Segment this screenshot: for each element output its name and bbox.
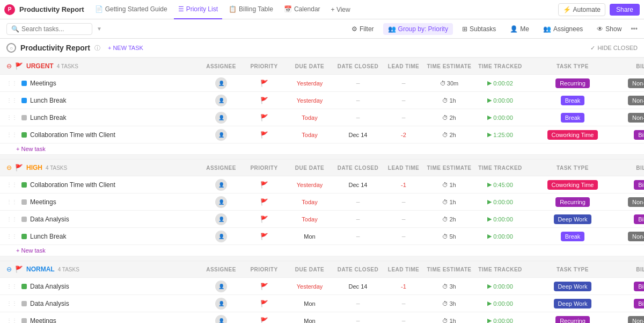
search-input[interactable] (21, 25, 86, 33)
search-box[interactable]: 🔍 (6, 23, 92, 35)
task-type-badge: Recurring (555, 316, 590, 324)
task-dot (21, 301, 27, 306)
info-icon[interactable]: ⓘ (94, 44, 100, 52)
section-normal: ⊖ 🚩 NORMAL 4 TASKS ASSIGNEE PRIORITY DUE… (0, 261, 644, 323)
task-name[interactable]: Collaboration Time with Client (30, 181, 115, 189)
normal-collapse-icon[interactable]: ⊖ (6, 265, 12, 273)
date-closed: Dec 14 (349, 283, 368, 290)
assignees-icon: 👥 (543, 25, 551, 33)
time-estimate: ⏱2h (442, 114, 456, 121)
add-task-high[interactable]: + New task (0, 245, 644, 256)
time-estimate: ⏱1h (442, 199, 456, 205)
list-icon: ☰ (178, 5, 184, 13)
show-btn[interactable]: 👁 Show (592, 23, 626, 35)
task-name[interactable]: Data Analysis (30, 283, 69, 290)
time-estimate: ⏱3h (442, 300, 456, 307)
time-estimate: ⏱5h (442, 233, 456, 240)
avatar: 👤 (215, 281, 227, 292)
drag-handle: ⋮⋮ (6, 114, 17, 120)
tab-billing-table[interactable]: 📋 Billing Table (224, 0, 277, 19)
drag-handle: ⋮⋮ (6, 182, 17, 188)
date-closed: – (356, 216, 360, 223)
task-type-badge: Recurring (555, 197, 590, 207)
table-row: ⋮⋮ Meetings 👤 🚩 Today – – ⏱1h ▶0:00:00 R… (0, 193, 644, 211)
add-task-urgent[interactable]: + New task (0, 143, 644, 155)
avatar: 👤 (215, 112, 227, 124)
task-dot (21, 182, 27, 188)
section-high-header: ⊖ 🚩 HIGH 4 TASKS ASSIGNEE PRIORITY DUE D… (0, 159, 644, 176)
col-time-estimate: TIME ESTIMATE (425, 63, 473, 69)
priority-flag: 🚩 (260, 80, 268, 87)
task-dot (21, 318, 27, 324)
group-by-btn[interactable]: 👥 Group by: Priority (383, 23, 453, 35)
filter-btn[interactable]: ⚙ Filter (347, 23, 379, 35)
assignees-btn[interactable]: 👥 Assignees (538, 23, 588, 35)
time-tracked: ▶0:00:00 (487, 283, 513, 290)
due-date[interactable]: Mon (304, 300, 315, 307)
time-estimate: ⏱3h (442, 283, 456, 290)
date-closed: – (356, 317, 360, 324)
table-row: ⋮⋮ Meetings 👤 🚩 Yesterday – – ⏱30m ▶0:00… (0, 75, 644, 92)
hide-closed-btn[interactable]: ✓ HIDE CLOSED (590, 45, 638, 52)
project-title: Productivity Report (20, 44, 90, 52)
due-date[interactable]: Yesterday (297, 80, 323, 87)
task-name[interactable]: Data Analysis (30, 300, 69, 307)
task-name[interactable]: Lunch Break (30, 114, 66, 121)
due-date[interactable]: Mon (304, 233, 315, 240)
lead-time: – (402, 80, 406, 87)
task-name[interactable]: Lunch Break (30, 233, 66, 240)
task-name[interactable]: Lunch Break (30, 97, 66, 104)
col-due-date: DUE DATE (286, 63, 334, 69)
table-icon: 📋 (229, 5, 237, 13)
urgent-collapse-icon[interactable]: ⊖ (6, 62, 12, 70)
due-date[interactable]: Today (302, 199, 317, 205)
add-view-btn[interactable]: + View (327, 4, 355, 16)
billing-badge: Billable (634, 214, 644, 224)
avatar: 👤 (215, 298, 227, 310)
task-name[interactable]: Meetings (30, 198, 56, 206)
due-date[interactable]: Yesterday (297, 182, 323, 188)
lead-time: -1 (401, 182, 406, 188)
col-time-tracked: TIME TRACKED (473, 63, 527, 69)
toolbar-right: ⚙ Filter 👥 Group by: Priority ⊞ Subtasks… (347, 23, 638, 35)
tab-calendar[interactable]: 📅 Calendar (280, 0, 325, 19)
more-options-icon[interactable]: ••• (631, 25, 638, 33)
task-name[interactable]: Data Analysis (30, 216, 69, 223)
automate-btn[interactable]: ⚡ Automate (558, 3, 605, 16)
task-name[interactable]: Collaboration Time with Client (30, 131, 115, 139)
task-name[interactable]: Meetings (30, 80, 56, 87)
task-dot (21, 132, 27, 138)
tab-priority-list[interactable]: ☰ Priority List (174, 0, 222, 19)
due-date[interactable]: Yesterday (297, 97, 323, 104)
app-icon: P (4, 4, 15, 15)
normal-count: 4 TASKS (58, 267, 79, 272)
urgent-priority-icon: 🚩 (15, 62, 23, 70)
lead-time: – (402, 233, 406, 240)
high-collapse-icon[interactable]: ⊖ (6, 164, 12, 171)
due-date[interactable]: Today (302, 132, 317, 138)
drag-handle: ⋮⋮ (6, 283, 17, 289)
billing-badge: Billable (634, 282, 644, 291)
me-btn[interactable]: 👤 Me (505, 23, 534, 35)
date-closed: – (356, 80, 360, 87)
new-task-btn[interactable]: + NEW TASK (105, 44, 147, 52)
due-date[interactable]: Yesterday (297, 283, 323, 290)
task-dot (21, 199, 27, 205)
table-row: ⋮⋮ Lunch Break 👤 🚩 Yesterday – – ⏱1h ▶0:… (0, 92, 644, 109)
avatar: 👤 (215, 315, 227, 324)
time-tracked: ▶0:00:02 (487, 80, 513, 87)
subtasks-btn[interactable]: ⊞ Subtasks (457, 23, 501, 35)
due-date[interactable]: Today (302, 216, 317, 222)
due-date[interactable]: Today (302, 114, 317, 121)
avatar: 👤 (215, 95, 227, 106)
date-closed: – (356, 97, 360, 104)
table-row: ⋮⋮ Data Analysis 👤 🚩 Yesterday Dec 14 -1… (0, 278, 644, 295)
share-btn[interactable]: Share (610, 4, 640, 16)
tab-getting-started[interactable]: 📄 Getting Started Guide (91, 0, 172, 19)
calendar-icon: 📅 (284, 5, 292, 13)
priority-flag: 🚩 (260, 233, 268, 240)
task-dot (21, 98, 27, 103)
due-date[interactable]: Mon (304, 318, 315, 324)
task-name[interactable]: Meetings (30, 317, 56, 324)
task-dot (21, 217, 27, 222)
